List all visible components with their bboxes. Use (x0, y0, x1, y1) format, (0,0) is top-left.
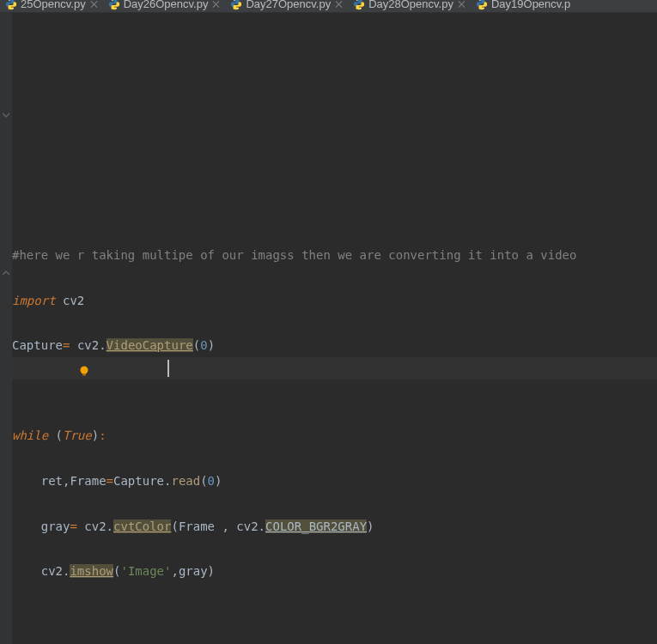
code-line[interactable] (12, 380, 657, 402)
code-line[interactable]: import cv2 (12, 289, 657, 312)
tab-file-0[interactable]: 25Opencv.py (0, 0, 103, 12)
python-icon (353, 0, 365, 10)
tab-label: 25Opencv.py (21, 0, 86, 10)
tab-file-1[interactable]: Day26Opencv.py (103, 0, 226, 12)
intention-bulb-icon[interactable] (34, 339, 46, 351)
code-line[interactable]: ret,Frame=Capture.read(0) (12, 470, 657, 492)
code-line[interactable]: Capture= cv2.VideoCapture(0) (12, 334, 657, 356)
python-icon (230, 0, 242, 10)
svg-rect-11 (82, 374, 86, 376)
svg-point-10 (80, 367, 88, 374)
tab-label: Day19Opencv.p (491, 0, 570, 10)
code-line[interactable]: gray= cv2.cvtColor(Frame , cv2.COLOR_BGR… (12, 515, 657, 538)
code-line[interactable]: cv2.imshow('Image',gray) (12, 560, 657, 582)
tab-label: Day27Opencv.py (246, 0, 331, 10)
fold-icon[interactable] (1, 110, 11, 120)
gutter (0, 13, 12, 644)
close-icon[interactable] (91, 1, 98, 8)
code-line[interactable]: #here we r taking multipe of our imagss … (12, 244, 657, 266)
svg-point-9 (484, 8, 484, 9)
tab-file-2[interactable]: Day27Opencv.py (225, 0, 348, 12)
tab-label: Day26Opencv.py (124, 0, 209, 10)
tab-file-3[interactable]: Day28Opencv.py (348, 0, 471, 12)
svg-point-1 (13, 8, 14, 9)
svg-point-5 (238, 8, 239, 9)
python-icon (5, 0, 17, 10)
close-icon[interactable] (459, 1, 465, 8)
tab-file-4[interactable]: Day19Opencv.p (471, 0, 575, 12)
svg-point-3 (115, 8, 116, 9)
python-icon (476, 0, 488, 10)
python-icon (108, 0, 120, 10)
svg-point-7 (361, 8, 362, 9)
tab-label: Day28Opencv.py (368, 0, 453, 10)
close-icon[interactable] (336, 1, 343, 8)
code-editor[interactable]: #here we r taking multipe of our imagss … (0, 13, 657, 644)
fold-end-icon[interactable] (1, 268, 11, 278)
tab-bar: 25Opencv.py Day26Opencv.py Day27Opencv.p… (0, 0, 657, 13)
text-caret (167, 360, 169, 377)
code-line[interactable]: while (True): (12, 424, 657, 447)
code-area[interactable]: #here we r taking multipe of our imagss … (12, 13, 657, 644)
close-icon[interactable] (213, 1, 220, 8)
code-line[interactable] (12, 605, 657, 628)
